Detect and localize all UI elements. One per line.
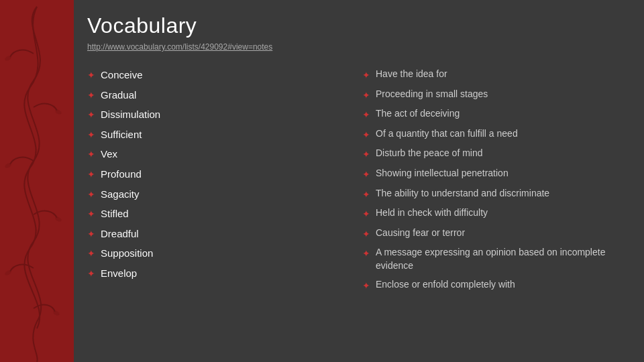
bullet-icon: ✦ — [87, 89, 95, 103]
svg-point-5 — [52, 310, 60, 316]
vocab-definition: Have the idea for — [376, 68, 447, 81]
bullet-icon: ✦ — [362, 280, 370, 293]
svg-point-3 — [54, 216, 62, 223]
vocab-word: Vex — [101, 147, 117, 161]
vocab-definition-item: ✦A message expressing an opinion based o… — [362, 243, 637, 275]
vocab-definition: Showing intellectual penetration — [376, 167, 508, 180]
bullet-icon: ✦ — [362, 148, 370, 162]
vocab-definition-item: ✦The act of deceiving — [362, 105, 637, 125]
vocab-definition-item: ✦Of a quantity that can fulfill a need — [362, 125, 637, 145]
vocab-words-column: ✦Conceive✦Gradual✦Dissimulation✦Sufficie… — [87, 65, 362, 295]
vocab-word-item: ✦Gradual — [87, 85, 362, 105]
bullet-icon: ✦ — [362, 208, 370, 221]
bullet-icon: ✦ — [362, 109, 370, 122]
main-content: Vocabulary http://www.vocabulary.com/lis… — [87, 13, 637, 355]
vocab-word-item: ✦Vex — [87, 144, 362, 164]
bullet-icon: ✦ — [87, 247, 95, 261]
vocab-definition-item: ✦Disturb the peace of mind — [362, 144, 637, 164]
bullet-icon: ✦ — [362, 247, 370, 261]
bullet-icon: ✦ — [362, 129, 370, 142]
vocab-word: Gradual — [101, 88, 136, 102]
vocab-word-item: ✦Envelop — [87, 263, 362, 284]
bullet-icon: ✦ — [87, 208, 95, 221]
bullet-icon: ✦ — [87, 168, 95, 182]
bullet-icon: ✦ — [362, 188, 370, 202]
vocab-definition: Causing fear or terror — [376, 227, 465, 240]
decorative-swirl — [0, 0, 74, 362]
vocab-definition: Held in check with difficulty — [376, 206, 488, 220]
bullet-icon: ✦ — [87, 109, 95, 122]
page-link[interactable]: http://www.vocabulary.com/lists/429092#v… — [87, 42, 637, 52]
bullet-icon: ✦ — [362, 228, 370, 241]
vocab-word: Conceive — [101, 68, 143, 82]
vocab-definition-item: ✦Held in check with difficulty — [362, 204, 637, 224]
vocab-word: Supposition — [101, 246, 153, 260]
vocab-word-item: ✦Supposition — [87, 243, 362, 263]
vocab-word-item: ✦Stifled — [87, 204, 362, 224]
vocab-definition-item: ✦Enclose or enfold completely with — [362, 276, 637, 296]
vocab-word: Profound — [101, 167, 142, 181]
vocab-word-item: ✦Dreadful — [87, 224, 362, 244]
vocab-definition-item: ✦Showing intellectual penetration — [362, 164, 637, 184]
vocab-word: Sagacity — [101, 187, 140, 201]
page-title: Vocabulary — [87, 13, 637, 38]
vocab-definition: The ability to understand and discrimina… — [376, 187, 549, 200]
vocab-definitions-column: ✦Have the idea for✦Proceeding in small s… — [362, 65, 637, 295]
vocab-definition: Proceeding in small stages — [376, 88, 488, 101]
bullet-icon: ✦ — [362, 89, 370, 103]
vocab-definition-item: ✦The ability to understand and discrimin… — [362, 184, 637, 204]
vocab-definition-item: ✦Proceeding in small stages — [362, 85, 637, 105]
bullet-icon: ✦ — [362, 168, 370, 182]
bullet-icon: ✦ — [87, 228, 95, 241]
vocab-definition: Of a quantity that can fulfill a need — [376, 127, 518, 141]
bullet-icon: ✦ — [362, 69, 370, 82]
vocab-word: Envelop — [101, 266, 137, 280]
vocab-word-item: ✦Sagacity — [87, 184, 362, 204]
vocab-word: Dissimulation — [101, 107, 160, 121]
vocab-word-item: ✦Conceive — [87, 65, 362, 85]
bullet-icon: ✦ — [87, 129, 95, 142]
vocab-definition: Enclose or enfold completely with — [376, 278, 515, 292]
vocab-word-item: ✦Sufficient — [87, 125, 362, 145]
vocab-word: Dreadful — [101, 227, 139, 241]
vocab-word-item: ✦Dissimulation — [87, 105, 362, 125]
vocab-word-item: ✦Profound — [87, 164, 362, 184]
vocab-definition-item: ✦Causing fear or terror — [362, 224, 637, 244]
bullet-icon: ✦ — [87, 69, 95, 82]
bullet-icon: ✦ — [87, 267, 95, 281]
vocab-word: Sufficient — [101, 127, 142, 141]
vocab-definition: The act of deceiving — [376, 107, 460, 121]
vocab-word: Stifled — [101, 206, 129, 221]
bullet-icon: ✦ — [87, 148, 95, 162]
svg-point-1 — [54, 109, 62, 115]
vocab-grid: ✦Conceive✦Gradual✦Dissimulation✦Sufficie… — [87, 65, 637, 295]
bullet-icon: ✦ — [87, 188, 95, 202]
vocab-definition-item: ✦Have the idea for — [362, 65, 637, 85]
vocab-definition: Disturb the peace of mind — [376, 147, 483, 160]
vocab-definition: A message expressing an opinion based on… — [376, 246, 637, 272]
